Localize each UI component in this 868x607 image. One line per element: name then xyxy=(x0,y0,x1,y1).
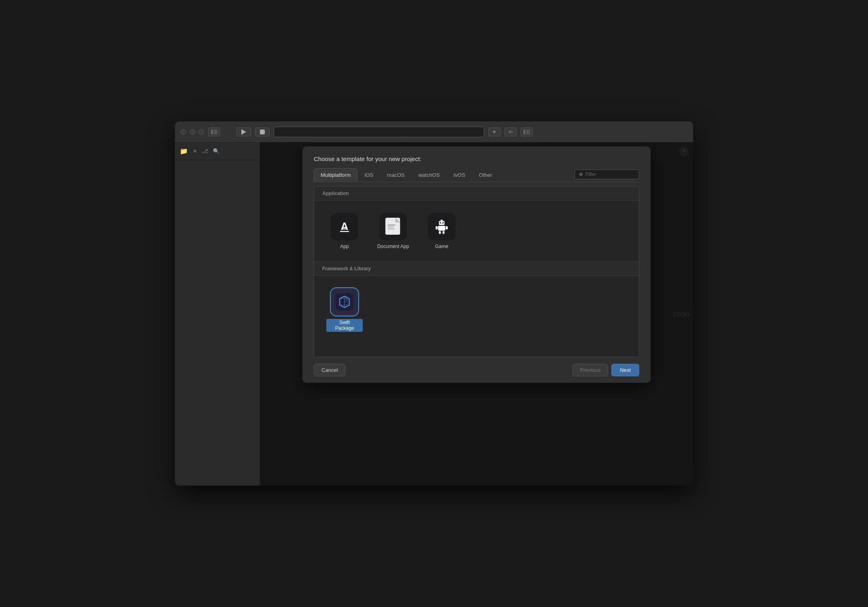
svg-rect-24 xyxy=(439,231,441,234)
svg-marker-2 xyxy=(241,129,246,135)
svg-rect-21 xyxy=(438,226,445,231)
document-icon-svg xyxy=(385,218,401,236)
filter-input[interactable] xyxy=(585,172,635,177)
svg-rect-0 xyxy=(211,129,213,134)
swift-package-label: Swift Package xyxy=(326,319,363,332)
game-icon-svg: + xyxy=(433,218,451,236)
layout-button[interactable] xyxy=(521,127,533,136)
add-button[interactable]: + xyxy=(488,127,500,136)
swift-package-icon xyxy=(331,288,358,316)
framework-templates-grid: Swift Package xyxy=(314,276,639,357)
branch-icon[interactable]: ⎇ xyxy=(202,148,208,154)
minimize-button[interactable] xyxy=(189,129,195,135)
section-header-framework: Framework & Library xyxy=(314,262,639,276)
document-app-label: Document App xyxy=(377,244,409,249)
app-icon: A xyxy=(331,213,358,240)
game-icon: + xyxy=(428,213,455,240)
section-header-application: Application xyxy=(314,187,639,201)
dialog-overlay: Choose a template for your new project: … xyxy=(260,142,693,486)
dialog-title: Choose a template for your new project: xyxy=(314,155,421,162)
filter-input-wrapper: ⊕ xyxy=(574,170,639,179)
tabs-container: Multiplatform iOS macOS watchOS xyxy=(314,168,639,182)
dialog-body: Multiplatform iOS macOS watchOS xyxy=(302,168,651,357)
svg-rect-19 xyxy=(440,220,443,221)
swift-package-icon-svg xyxy=(336,293,353,311)
folder-icon[interactable]: 📁 xyxy=(180,147,188,155)
template-item-app[interactable]: A App xyxy=(322,209,367,253)
sidebar-toggle-button[interactable] xyxy=(208,127,220,136)
address-bar[interactable] xyxy=(274,127,484,137)
close-button[interactable] xyxy=(181,129,186,135)
maximize-button[interactable] xyxy=(198,129,204,135)
filter-icon: ⊕ xyxy=(579,172,583,177)
tab-other[interactable]: Other xyxy=(472,168,499,182)
svg-text:A: A xyxy=(341,220,349,232)
svg-rect-5 xyxy=(526,129,530,134)
template-item-swift-package[interactable]: Swift Package xyxy=(322,284,367,349)
tab-multiplatform[interactable]: Multiplatform xyxy=(314,168,357,182)
template-item-game[interactable]: + xyxy=(419,209,464,253)
svg-text:+: + xyxy=(441,222,443,225)
svg-rect-25 xyxy=(443,231,445,234)
search-icon[interactable]: 🔍 xyxy=(213,148,219,154)
tab-tvos[interactable]: tvOS xyxy=(447,168,472,182)
svg-rect-3 xyxy=(260,129,265,134)
traffic-lights xyxy=(181,129,204,135)
game-label: Game xyxy=(435,244,449,249)
svg-rect-17 xyxy=(443,222,444,223)
document-app-icon xyxy=(379,213,407,240)
svg-rect-22 xyxy=(436,226,438,229)
svg-rect-11 xyxy=(388,225,396,225)
application-templates-grid: A App xyxy=(314,201,639,261)
svg-rect-1 xyxy=(214,129,217,134)
play-button[interactable] xyxy=(236,127,251,136)
template-content: Application A xyxy=(314,186,639,357)
content-wrapper: ? ction Choose a template for your new p… xyxy=(260,142,693,486)
dialog-footer: Cancel Previous Next xyxy=(302,357,651,383)
svg-rect-23 xyxy=(446,226,448,229)
titlebar: + ⇦ xyxy=(175,121,693,142)
tab-macos[interactable]: macOS xyxy=(380,168,411,182)
xmark-icon[interactable]: ✕ xyxy=(193,148,197,154)
filter-wrapper: ⊕ xyxy=(574,170,639,181)
sidebar-toolbar: 📁 ✕ ⎇ 🔍 xyxy=(175,142,260,160)
dialog-header: Choose a template for your new project: xyxy=(302,146,651,168)
sidebar: 📁 ✕ ⎇ 🔍 xyxy=(175,142,260,486)
app-icon-svg: A xyxy=(336,218,353,236)
svg-rect-4 xyxy=(523,129,525,134)
template-item-document-app[interactable]: Document App xyxy=(371,209,415,253)
app-label: App xyxy=(340,244,349,249)
stop-button[interactable] xyxy=(255,127,270,136)
main-area: 📁 ✕ ⎇ 🔍 ? ction Choose a templat xyxy=(175,142,693,486)
tab-watchos[interactable]: watchOS xyxy=(411,168,447,182)
new-project-dialog: Choose a template for your new project: … xyxy=(302,146,651,383)
svg-rect-12 xyxy=(388,227,394,227)
xcode-window: + ⇦ 📁 ✕ ⎇ 🔍 ? xyxy=(175,121,693,486)
svg-rect-13 xyxy=(388,229,395,229)
next-button[interactable]: Next xyxy=(611,364,639,376)
back-forward-button[interactable]: ⇦ xyxy=(504,127,517,136)
previous-button[interactable]: Previous xyxy=(572,364,608,376)
cancel-button[interactable]: Cancel xyxy=(314,364,345,376)
tab-ios[interactable]: iOS xyxy=(357,168,380,182)
